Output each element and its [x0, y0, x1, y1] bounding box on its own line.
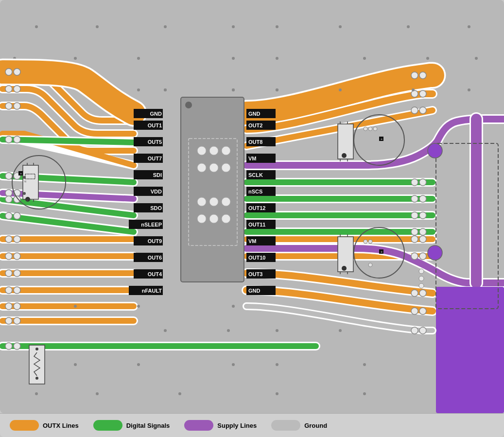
svg-point-103 [419, 212, 426, 219]
svg-point-108 [411, 253, 418, 260]
left-component-box [23, 165, 38, 199]
svg-point-63 [14, 69, 20, 75]
legend-outx-label: OUTX Lines [43, 422, 79, 429]
svg-point-97 [419, 107, 426, 114]
dot [164, 329, 167, 332]
svg-rect-37 [129, 286, 163, 295]
svg-rect-133 [379, 137, 383, 141]
legend-outx-color [10, 420, 39, 431]
svg-rect-47 [246, 170, 276, 179]
svg-text:≈: ≈ [24, 179, 27, 184]
dot [35, 392, 38, 395]
dot [276, 57, 278, 60]
svg-point-76 [5, 212, 12, 219]
dot [363, 57, 366, 60]
svg-point-101 [419, 195, 426, 202]
svg-point-131 [368, 127, 372, 131]
legend-supply-color [184, 420, 213, 431]
svg-point-118 [25, 197, 30, 202]
dot [74, 57, 77, 60]
svg-point-127 [35, 348, 38, 350]
dot-grid [5, 5, 499, 408]
svg-point-150 [368, 263, 372, 267]
svg-point-75 [14, 196, 20, 203]
svg-rect-61 [246, 286, 276, 295]
svg-point-115 [419, 327, 426, 334]
dot [137, 363, 140, 366]
svg-point-6 [222, 146, 230, 155]
bottom-left-component [29, 345, 45, 384]
svg-point-95 [419, 90, 426, 97]
svg-point-78 [5, 236, 12, 243]
svg-text:nFAULT: nFAULT [142, 288, 162, 294]
dot [276, 363, 278, 366]
svg-point-81 [14, 253, 20, 260]
svg-rect-27 [134, 203, 163, 212]
svg-rect-33 [134, 253, 163, 262]
dot [35, 25, 38, 28]
svg-text:OUT12: OUT12 [248, 205, 265, 211]
svg-point-14 [209, 214, 218, 223]
svg-text:OUT6: OUT6 [148, 255, 162, 261]
dot [276, 88, 278, 91]
dot [227, 329, 230, 332]
dot [164, 25, 167, 28]
purple-region [436, 287, 504, 413]
svg-point-70 [5, 173, 12, 179]
legend-digital: Digital Signals [93, 420, 170, 431]
svg-point-154 [164, 88, 167, 91]
dot [276, 25, 278, 28]
svg-rect-17 [134, 121, 163, 130]
svg-point-130 [364, 127, 367, 131]
ic-chip [181, 97, 244, 282]
svg-rect-19 [134, 137, 163, 146]
svg-point-106 [411, 236, 418, 243]
dot [164, 88, 167, 91]
svg-text:SDO: SDO [150, 205, 162, 211]
bottom-right-connector-circle [354, 227, 404, 278]
svg-point-73 [14, 190, 20, 196]
svg-rect-49 [246, 187, 276, 196]
svg-rect-45 [246, 154, 276, 163]
svg-point-113 [419, 308, 426, 315]
svg-point-5 [209, 146, 218, 155]
svg-point-92 [411, 72, 418, 79]
svg-point-104 [411, 228, 418, 235]
legend-supply-label: Supply Lines [217, 422, 257, 429]
dot [276, 392, 278, 395]
svg-point-158 [412, 88, 415, 91]
svg-point-94 [411, 90, 418, 97]
svg-text:nSLEEP: nSLEEP [141, 222, 162, 227]
pin-label-gnd-left [134, 109, 163, 118]
dot [276, 329, 278, 332]
svg-point-72 [5, 190, 12, 196]
dot [468, 88, 470, 91]
svg-text:OUT2: OUT2 [248, 122, 262, 128]
svg-point-114 [411, 327, 418, 334]
dot [380, 88, 383, 91]
svg-point-152 [419, 276, 424, 281]
svg-text:OUT11: OUT11 [248, 222, 265, 227]
svg-point-7 [197, 163, 206, 172]
svg-rect-2 [0, 0, 504, 413]
dot [13, 57, 16, 60]
legend-ground-color [271, 420, 300, 431]
svg-text:VM: VM [248, 238, 257, 244]
top-right-connector-circle [354, 115, 404, 165]
svg-point-4 [197, 146, 206, 155]
svg-point-71 [14, 173, 20, 179]
dot [137, 57, 140, 60]
svg-rect-31 [134, 236, 163, 245]
svg-text:+: + [381, 138, 382, 141]
dot [339, 329, 342, 332]
dot [96, 25, 99, 28]
svg-rect-57 [246, 253, 276, 262]
svg-point-153 [419, 283, 424, 288]
purple-connector [428, 143, 442, 158]
svg-point-83 [14, 270, 20, 277]
svg-text:GND: GND [248, 288, 261, 294]
svg-point-128 [35, 377, 38, 380]
svg-point-155 [232, 88, 235, 91]
dot [137, 88, 140, 91]
legend-digital-color [93, 420, 122, 431]
